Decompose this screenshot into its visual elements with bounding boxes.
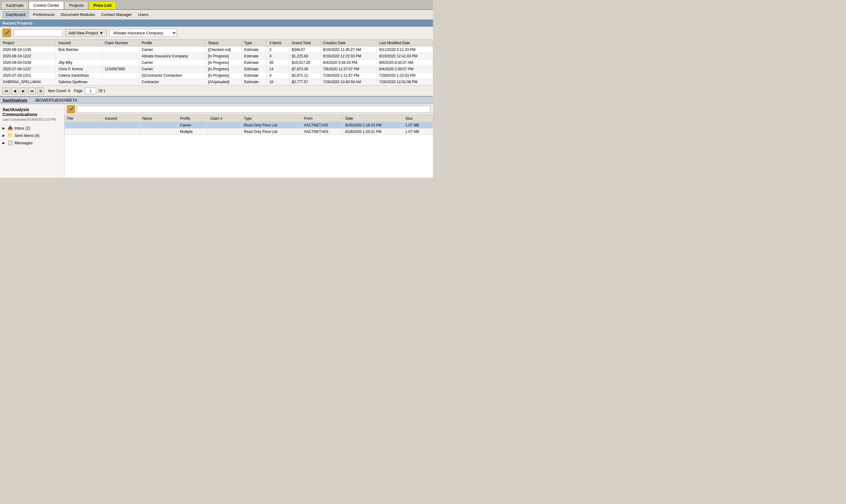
page-input[interactable] bbox=[85, 88, 96, 94]
table-row[interactable]: 2020-08-19-1222Allstate Insurance Compan… bbox=[0, 53, 433, 59]
app-tab-bar: Xactimate Control Center Projects Price … bbox=[0, 0, 433, 10]
nav-document-modules[interactable]: Document Modules bbox=[59, 11, 97, 18]
tree-item-messages[interactable]: ▶ 📋 Messages bbox=[2, 139, 62, 146]
comm-col-insured: Insured bbox=[102, 115, 140, 122]
tree-item-inbox[interactable]: ▶ 📥 Inbox (2) bbox=[2, 124, 62, 132]
table-row[interactable]: 2020-07-28-1311Celena Sardothian(I)Contr… bbox=[0, 72, 433, 79]
comm-eraser-icon[interactable]: 🖊️ bbox=[67, 105, 75, 113]
table-row[interactable]: 2020-08-19-1145Bob BelcherCarrier[Checke… bbox=[0, 47, 433, 53]
inbox-arrow-icon: ▶ bbox=[2, 126, 6, 130]
comm-search-input[interactable] bbox=[77, 106, 430, 113]
tab-projects[interactable]: Projects bbox=[65, 1, 88, 9]
list-item[interactable]: MultipleRead Only Price ListXACTNET.HOI8… bbox=[65, 129, 433, 135]
col-total: Grand Total bbox=[289, 40, 320, 47]
page-last-button[interactable]: ⏭ bbox=[28, 88, 36, 94]
table-row[interactable]: 2020-08-04-1538Jilly BillyCarrier[In Pro… bbox=[0, 59, 433, 66]
tab-control-center[interactable]: Control Center bbox=[29, 1, 64, 9]
col-created: Creation Date bbox=[320, 40, 376, 47]
section-header-recent: Recent Projects bbox=[0, 20, 433, 27]
nav-bar: Dashboard Preferences Document Modules C… bbox=[0, 10, 433, 20]
comm-col-file: File bbox=[65, 115, 102, 122]
tab-xactimate[interactable]: Xactimate bbox=[1, 1, 28, 9]
nav-dashboard[interactable]: Dashboard bbox=[2, 11, 29, 18]
comm-col-name: Name bbox=[140, 115, 177, 122]
sent-label: Sent Items (4) bbox=[14, 133, 40, 138]
xact-user-tab[interactable]: JBOWERS@GENBETA bbox=[35, 98, 77, 103]
col-insured: Insured bbox=[56, 40, 102, 47]
projects-table-container: Project Insured Claim Number Profile Sta… bbox=[0, 39, 433, 85]
inbox-icon: 📥 bbox=[7, 125, 13, 131]
eraser-icon[interactable]: 🖊️ bbox=[2, 29, 11, 37]
dropdown-arrow-icon: ▼ bbox=[100, 31, 104, 35]
col-items: # Items bbox=[267, 40, 289, 47]
col-type: Type bbox=[241, 40, 267, 47]
messages-icon: 📋 bbox=[7, 140, 13, 145]
xact-analysis-tab[interactable]: XactAnalysis bbox=[2, 98, 27, 103]
col-project: Project bbox=[0, 40, 56, 47]
table-row[interactable]: SABRINA_SPELLMANSabrina SpellmanContract… bbox=[0, 79, 433, 85]
table-row[interactable]: 2020-07-08-1237Chris P. Kreme1234567890C… bbox=[0, 66, 433, 72]
tree-item-sent[interactable]: ▶ 📁 Sent Items (4) bbox=[2, 132, 62, 139]
col-profile: Profile bbox=[139, 40, 206, 47]
comm-toolbar: 🖊️ bbox=[65, 104, 433, 115]
comm-col-size: Size bbox=[403, 115, 433, 122]
company-dropdown[interactable]: Allstate Insurance Company bbox=[109, 29, 177, 37]
comm-col-date: Date bbox=[343, 115, 403, 122]
add-new-project-button[interactable]: Add New Project ▼ bbox=[65, 29, 107, 37]
item-count-value: 6 bbox=[68, 89, 70, 93]
sent-arrow-icon: ▶ bbox=[2, 134, 6, 137]
page-next-button[interactable]: ▶ bbox=[20, 88, 27, 94]
bottom-section: XactAnalysis Communications Last Connect… bbox=[0, 104, 433, 178]
messages-label: Messages bbox=[14, 141, 33, 145]
tab-price-list[interactable]: Price List bbox=[89, 1, 116, 9]
comm-col-from: From bbox=[301, 115, 343, 122]
of-label: Of 1 bbox=[99, 89, 106, 93]
comm-title: XactAnalysis Communications bbox=[2, 107, 62, 117]
list-item[interactable]: CarrierRead Only Price ListXACTNET.HOI8/… bbox=[65, 122, 433, 129]
search-input[interactable] bbox=[14, 29, 63, 37]
page-first-button[interactable]: ⏮ bbox=[2, 88, 10, 94]
nav-users[interactable]: Users bbox=[136, 11, 150, 18]
projects-table: Project Insured Claim Number Profile Sta… bbox=[0, 39, 433, 85]
left-panel: XactAnalysis Communications Last Connect… bbox=[0, 104, 65, 178]
add-new-label: Add New Project bbox=[69, 31, 98, 35]
pagination-bar: ⏮ ◀ ▶ ⏭ ⊞ Item Count: 6 Page Of 1 bbox=[0, 85, 433, 96]
messages-arrow-icon: ▶ bbox=[2, 141, 6, 145]
nav-preferences[interactable]: Preferences bbox=[31, 11, 56, 18]
col-modified: Last Modified Date bbox=[376, 40, 433, 47]
xact-analysis-bar: XactAnalysis JBOWERS@GENBETA bbox=[0, 96, 433, 104]
col-status: Status bbox=[206, 40, 242, 47]
last-connected: Last Connected:9/14/2020 2:10 PM bbox=[2, 118, 62, 121]
sent-icon: 📁 bbox=[7, 132, 13, 138]
page-prev-button[interactable]: ◀ bbox=[11, 88, 18, 94]
page-grid-button[interactable]: ⊞ bbox=[37, 88, 44, 94]
comm-col-profile: Profile bbox=[177, 115, 208, 122]
item-count-label: Item Count: bbox=[48, 89, 67, 93]
col-claim: Claim Number bbox=[102, 40, 139, 47]
comm-table: File Insured Name Profile Claim # Type F… bbox=[65, 115, 433, 135]
inbox-label: Inbox (2) bbox=[14, 126, 30, 130]
comm-col-claim: Claim # bbox=[207, 115, 241, 122]
comm-col-type: Type bbox=[241, 115, 302, 122]
projects-toolbar: 🖊️ Add New Project ▼ Allstate Insurance … bbox=[0, 27, 433, 39]
nav-contact-manager[interactable]: Contact Manager bbox=[100, 11, 134, 18]
page-label: Page bbox=[74, 89, 83, 93]
right-panel: 🖊️ File Insured Name Profile Claim # Typ… bbox=[65, 104, 433, 178]
